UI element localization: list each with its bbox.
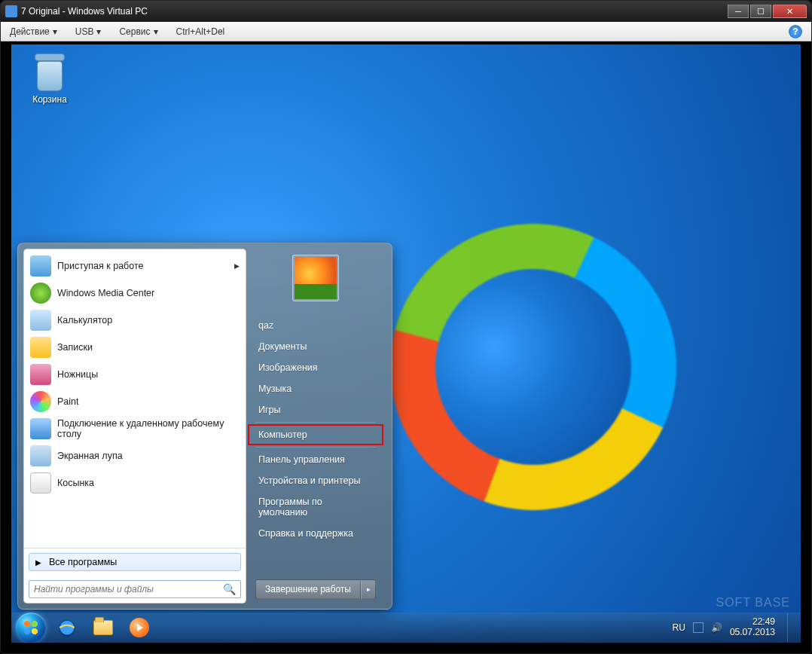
paint-icon <box>30 391 51 412</box>
getting-started-icon <box>30 255 51 277</box>
magnifier-icon <box>30 445 51 466</box>
prog-sticky-notes[interactable]: Записки <box>26 334 244 361</box>
user-picture[interactable] <box>292 255 339 301</box>
guest-desktop[interactable]: Корзина Приступая к работе Windows Media… <box>11 44 801 643</box>
close-button[interactable]: ✕ <box>773 5 807 18</box>
vm-menubar: Действие ▾ USB ▾ Сервис ▾ Ctrl+Alt+Del ? <box>1 22 811 41</box>
menu-ctrl-alt-del[interactable]: Ctrl+Alt+Del <box>176 26 225 37</box>
menu-usb[interactable]: USB ▾ <box>75 26 102 37</box>
recycle-bin-label: Корзина <box>23 94 76 105</box>
right-default-programs[interactable]: Программы по умолчанию <box>248 491 383 523</box>
vm-app-icon <box>5 5 17 17</box>
right-user[interactable]: qaz <box>248 315 383 336</box>
right-devices[interactable]: Устройства и принтеры <box>248 470 383 491</box>
flower-icon <box>295 257 337 299</box>
prog-snipping[interactable]: Ножницы <box>26 361 244 388</box>
prog-calc[interactable]: Калькулятор <box>26 307 244 334</box>
shutdown-split-button: Завершение работы ▸ <box>255 579 376 599</box>
right-control-panel[interactable]: Панель управления <box>248 449 383 470</box>
shutdown-button[interactable]: Завершение работы <box>255 579 361 599</box>
window-title: 7 Original - Windows Virtual PC <box>21 6 728 17</box>
maximize-button[interactable]: ☐ <box>750 5 771 18</box>
ie-icon <box>57 618 77 637</box>
minimize-button[interactable]: ─ <box>728 5 749 18</box>
chevron-down-icon: ▾ <box>53 26 57 37</box>
wmc-icon <box>30 283 51 304</box>
prog-getting-started[interactable]: Приступая к работе <box>26 252 244 280</box>
help-icon[interactable]: ? <box>789 25 802 38</box>
all-programs-button[interactable]: ▶ Все программы <box>29 553 241 571</box>
start-menu-left: Приступая к работе Windows Media Center … <box>23 249 246 604</box>
prog-wmc[interactable]: Windows Media Center <box>26 280 244 307</box>
start-menu: Приступая к работе Windows Media Center … <box>17 243 392 610</box>
clock-date: 05.07.2013 <box>730 628 775 638</box>
card-icon <box>30 472 51 494</box>
calculator-icon <box>30 310 51 331</box>
prog-rdp[interactable]: Подключение к удаленному рабочему столу <box>26 415 244 442</box>
vm-window: 7 Original - Windows Virtual PC ─ ☐ ✕ Де… <box>0 0 812 654</box>
play-icon: ▶ <box>35 558 41 567</box>
recycle-bin-icon <box>32 53 67 91</box>
chevron-down-icon: ▾ <box>154 26 158 37</box>
folder-icon <box>93 620 113 635</box>
windows-logo-wallpaper <box>390 224 676 510</box>
taskbar-ie[interactable] <box>52 616 82 639</box>
prog-paint[interactable]: Paint <box>26 388 244 415</box>
svg-point-0 <box>60 620 75 635</box>
clock-time: 22:49 <box>730 617 775 628</box>
taskbar-wmp[interactable] <box>124 616 154 639</box>
language-indicator[interactable]: RU <box>673 622 685 633</box>
show-desktop-button[interactable] <box>787 613 795 642</box>
search-icon: 🔍 <box>223 583 236 595</box>
menu-service[interactable]: Сервис ▾ <box>119 26 157 37</box>
right-games[interactable]: Игры <box>248 399 383 420</box>
right-help[interactable]: Справка и поддержка <box>248 523 383 544</box>
titlebar[interactable]: 7 Original - Windows Virtual PC ─ ☐ ✕ <box>1 1 811 22</box>
chevron-down-icon: ▾ <box>96 26 101 37</box>
separator <box>255 422 376 423</box>
search-box[interactable]: 🔍 <box>29 580 241 598</box>
scissors-icon <box>30 364 51 385</box>
prog-magnifier[interactable]: Экранная лупа <box>26 442 244 469</box>
rdp-icon <box>30 418 51 439</box>
window-controls: ─ ☐ ✕ <box>728 5 807 18</box>
right-pictures[interactable]: Изображения <box>248 357 383 378</box>
separator <box>255 447 376 448</box>
right-documents[interactable]: Документы <box>248 336 383 357</box>
prog-solitaire[interactable]: Косынка <box>26 469 244 497</box>
shutdown-options-button[interactable]: ▸ <box>361 579 376 599</box>
action-center-icon[interactable] <box>693 622 704 633</box>
volume-icon[interactable]: 🔊 <box>711 622 722 633</box>
start-button[interactable] <box>16 613 46 643</box>
recycle-bin[interactable]: Корзина <box>23 53 76 105</box>
menu-action[interactable]: Действие ▾ <box>10 26 57 37</box>
sticky-notes-icon <box>30 337 51 358</box>
right-computer[interactable]: Компьютер <box>248 424 383 445</box>
watermark: SOFT BASE <box>716 596 790 610</box>
search-input[interactable] <box>34 584 223 594</box>
wmp-icon <box>130 618 149 637</box>
start-menu-right: qaz Документы Изображения Музыка Игры Ко… <box>248 249 383 604</box>
system-tray: RU 🔊 22:49 05.07.2013 <box>673 613 796 642</box>
right-music[interactable]: Музыка <box>248 378 383 399</box>
pinned-programs: Приступая к работе Windows Media Center … <box>24 249 246 548</box>
taskbar: RU 🔊 22:49 05.07.2013 <box>11 613 801 643</box>
clock[interactable]: 22:49 05.07.2013 <box>730 617 775 638</box>
guest-viewport: Корзина Приступая к работе Windows Media… <box>8 41 804 646</box>
taskbar-explorer[interactable] <box>88 616 118 639</box>
